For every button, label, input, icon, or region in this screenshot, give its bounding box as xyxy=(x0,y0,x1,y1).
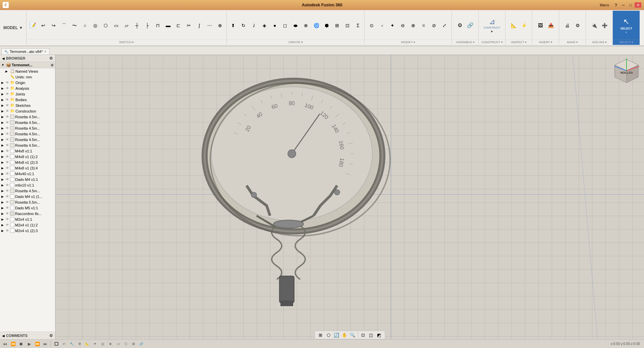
revolve-btn[interactable]: ↻ xyxy=(238,21,249,30)
vp-zoom-btn[interactable]: 🔍 xyxy=(349,332,356,338)
rosetta6-item[interactable]: ▶ 👁 Rosetta 4.5m... xyxy=(0,142,55,148)
scripts-btn[interactable]: 🔌 xyxy=(589,21,599,30)
origin-vis-icon[interactable]: 👁 xyxy=(6,81,9,84)
rosetta7-item[interactable]: ▶ 👁 Rosetta 4.5m... xyxy=(0,188,55,194)
play-beginning-btn[interactable]: ⏮ xyxy=(1,341,9,347)
make-more-btn[interactable]: ⚙ xyxy=(573,21,583,30)
redo-btn[interactable]: ↪ xyxy=(49,21,59,30)
comments-settings-icon[interactable]: ⚙ xyxy=(49,333,53,338)
m4x8-34-item[interactable]: ▶ 👁 M4x8 v1 (3):4 xyxy=(0,165,55,171)
pattern-btn[interactable]: ⋯ xyxy=(205,21,215,30)
analysis-expand[interactable]: ▶ xyxy=(1,87,5,90)
rosetta5mm-item[interactable]: ▶ 👁 Rosetta 5.5m... xyxy=(0,199,55,205)
status-tool-10[interactable]: ⬡ xyxy=(122,341,129,347)
ellipse-btn[interactable]: ◎ xyxy=(90,21,100,30)
mirror3d-btn[interactable]: ⊞ xyxy=(332,21,342,30)
select-btn[interactable]: ↖ SELECT ▾ xyxy=(618,15,635,36)
browser-collapse-icon[interactable]: ◀ xyxy=(2,57,5,60)
rosetta1-item[interactable]: ▶ 👁 Rosetta 4.5m... xyxy=(0,114,55,120)
analysis-vis-icon[interactable]: 👁 xyxy=(6,86,9,90)
vp-section-btn[interactable]: ◫ xyxy=(367,332,375,338)
m2x4-12-item[interactable]: ▶ 👁 M2x4 v1 (1):2 xyxy=(0,222,55,228)
3dprint-btn[interactable]: 🖨 xyxy=(562,21,572,30)
scale-btn[interactable]: ⤢ xyxy=(439,21,449,30)
torus-btn[interactable]: ⊕ xyxy=(301,21,311,30)
sketch-create-btn[interactable]: 📝 xyxy=(28,21,38,30)
m4x8-12-item[interactable]: ▶ 👁 M4x8 v1 (1):2 xyxy=(0,154,55,159)
comments-collapse-icon[interactable]: ◀ xyxy=(2,334,5,338)
bodies-vis-icon[interactable]: 👁 xyxy=(6,98,9,101)
m6x10-item[interactable]: ▶ 👁 m6x10 v1:1 xyxy=(0,182,55,188)
joints-item[interactable]: ▶ 👁 📁 Joints xyxy=(0,91,55,97)
status-tool-3[interactable]: 🔧 xyxy=(68,341,75,347)
rect2-btn[interactable]: ▱ xyxy=(121,21,131,30)
joint-btn[interactable]: 🔗 xyxy=(465,21,475,30)
status-tool-1[interactable]: 🔲 xyxy=(53,341,60,347)
origin-expand[interactable]: ▶ xyxy=(1,81,5,84)
status-tool-6[interactable]: ✦ xyxy=(91,341,99,347)
bodies-expand[interactable]: ▶ xyxy=(1,98,5,101)
thicken-btn[interactable]: Σ xyxy=(353,21,363,30)
mode-selector[interactable]: MODEL ▼ xyxy=(0,11,26,45)
browser-settings-icon[interactable]: ⚙ xyxy=(49,56,53,61)
maximize-button[interactable]: □ xyxy=(627,2,634,8)
sphere-btn[interactable]: ● xyxy=(270,21,280,30)
vp-fit-btn[interactable]: ⊡ xyxy=(359,332,367,338)
loft-btn[interactable]: ◈ xyxy=(259,21,269,30)
status-tool-4[interactable]: ⚙ xyxy=(76,341,83,347)
close-button[interactable]: ✕ xyxy=(635,2,641,8)
m4x8-item[interactable]: ▶ 👁 M4x8 v1:1 xyxy=(0,148,55,154)
rosetta5-item[interactable]: ▶ 👁 Rosetta 4.5m... xyxy=(0,137,55,142)
rect-btn[interactable]: ▭ xyxy=(111,21,121,30)
root-collapse-icon[interactable]: ▼ xyxy=(1,63,5,67)
slot-btn[interactable]: ⊓ xyxy=(153,21,163,30)
sweep-btn[interactable]: ⤸ xyxy=(249,21,259,30)
sketches-expand[interactable]: ▶ xyxy=(1,104,5,107)
vp-grid-btn[interactable]: ⊞ xyxy=(317,332,324,338)
dado-m4-item[interactable]: ▶ 👁 Dado M4 v1:1 xyxy=(0,177,55,182)
mirror-btn[interactable]: ▬ xyxy=(163,21,173,30)
line-btn[interactable]: ┼ xyxy=(132,21,142,30)
undo-btn[interactable]: ↩ xyxy=(38,21,48,30)
play-next-btn[interactable]: ⏩ xyxy=(34,341,41,347)
status-tool-9[interactable]: ▭ xyxy=(114,341,122,347)
dado-m5-item[interactable]: ▶ 👁 Dado M5 v1:1 xyxy=(0,205,55,211)
fillet-btn[interactable]: ∫ xyxy=(194,21,204,30)
fillet3d-btn[interactable]: ▫ xyxy=(377,21,387,30)
sketches-item[interactable]: ▶ 👁 📁 Sketches xyxy=(0,102,55,108)
play-prev-btn[interactable]: ⏪ xyxy=(9,341,17,347)
orient-cube[interactable]: NOLLO3 xyxy=(613,58,640,84)
addins-more-btn[interactable]: ➕ xyxy=(599,21,609,30)
close-tab-btn[interactable]: ✕ xyxy=(44,50,47,53)
rosetta2-item[interactable]: ▶ 👁 Rosetta 4.5m... xyxy=(0,120,55,125)
analysis-item[interactable]: ▶ 👁 📁 Analysis xyxy=(0,85,55,91)
shell-btn[interactable]: ⊖ xyxy=(398,21,408,30)
dado-m4-1-item[interactable]: ▶ 👁 Dado M4 v1 (1... xyxy=(0,194,55,199)
m2x4-item[interactable]: ▶ 👁 M2x4 v1:1 xyxy=(0,216,55,222)
interference-btn[interactable]: ⚡ xyxy=(519,21,529,30)
m4x8-23-item[interactable]: ▶ 👁 M4x8 v1 (2):3 xyxy=(0,159,55,165)
measure-btn[interactable]: 📐 xyxy=(508,21,519,30)
assemble-btn[interactable]: ⚙ xyxy=(455,21,465,30)
browser-root-item[interactable]: ▼ 📦 Termomet... ⚙ xyxy=(0,62,55,68)
cyl-btn[interactable]: ⬬ xyxy=(290,21,301,30)
insert-canvas-btn[interactable]: 🖼 xyxy=(535,21,545,30)
status-tool-5[interactable]: 📐 xyxy=(84,341,91,347)
status-tool-12[interactable]: 🔗 xyxy=(138,341,145,347)
status-tool-8[interactable]: ⊕ xyxy=(107,341,114,347)
combine-btn[interactable]: ⊗ xyxy=(408,21,418,30)
spline-btn[interactable]: 〜 xyxy=(69,21,79,30)
joints-expand[interactable]: ▶ xyxy=(1,92,5,96)
box-btn[interactable]: ◻ xyxy=(280,21,290,30)
vp-display-btn[interactable]: ⬡ xyxy=(325,332,332,338)
play-end-btn[interactable]: ⏭ xyxy=(42,341,49,347)
document-tab[interactable]: 🔧 Termomet...ato v84* ✕ xyxy=(1,48,50,55)
sketches-vis-icon[interactable]: 👁 xyxy=(6,103,9,107)
play-stop-btn[interactable]: ⏹ xyxy=(17,341,25,347)
root-settings-icon[interactable]: ⚙ xyxy=(51,63,54,67)
viewport[interactable]: 20 40 60 80 100 120 140 160 180 xyxy=(55,55,644,339)
status-tool-7[interactable]: ◎ xyxy=(99,341,106,347)
chamfer-btn[interactable]: ✦ xyxy=(387,21,397,30)
insert-file-btn[interactable]: 📥 xyxy=(546,21,556,30)
origin-item[interactable]: ▶ 👁 📁 Origin xyxy=(0,80,55,85)
